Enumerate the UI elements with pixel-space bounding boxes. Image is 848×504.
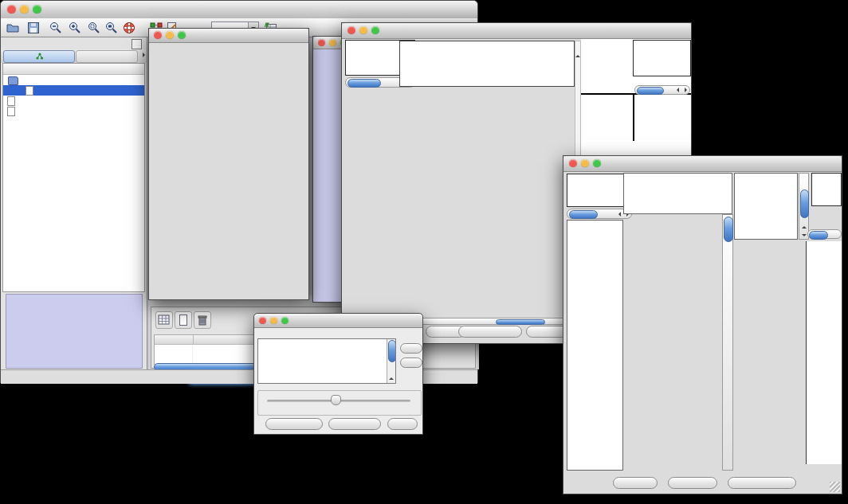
minimize-icon[interactable] <box>329 39 336 46</box>
minimize-icon[interactable] <box>166 31 174 39</box>
network-file-icon <box>7 96 15 106</box>
scroll-up-icon[interactable] <box>387 369 395 376</box>
selected-gene-labels <box>633 95 691 141</box>
scrollbar-thumb[interactable] <box>388 340 396 362</box>
network-overview-thumbnail[interactable] <box>6 294 143 369</box>
scroll-left-icon[interactable] <box>673 86 681 94</box>
tab-network[interactable] <box>3 50 75 63</box>
overview-canvas[interactable] <box>6 295 140 366</box>
gene-labels-panel <box>806 241 842 464</box>
scrollbar-thumb[interactable] <box>637 87 664 95</box>
scroll-up-icon[interactable] <box>575 41 580 57</box>
column-id[interactable] <box>155 335 194 344</box>
dense-network-canvas[interactable] <box>316 91 342 282</box>
settings-button[interactable] <box>613 477 658 489</box>
flip-tree-button[interactable] <box>526 326 567 338</box>
scrollbar-thumb[interactable] <box>800 189 809 218</box>
maximize-icon[interactable] <box>178 31 186 39</box>
network-view-canvas[interactable] <box>150 43 309 300</box>
save-data-button[interactable] <box>668 477 717 489</box>
folder-icon <box>8 76 18 85</box>
zoom-in-icon[interactable] <box>68 21 82 35</box>
maximize-icon[interactable] <box>281 317 289 324</box>
open-session-icon[interactable] <box>6 21 20 35</box>
zoom-out-icon[interactable] <box>49 21 63 35</box>
scrollbar-thumb[interactable] <box>569 210 598 219</box>
tab-vizmapper[interactable] <box>76 50 138 63</box>
close-icon[interactable] <box>347 26 355 34</box>
treeview1-titlebar[interactable] <box>342 23 691 39</box>
maximize-icon[interactable] <box>593 159 601 167</box>
selected-array-labels <box>583 41 630 93</box>
scrollbar-thumb[interactable] <box>496 319 545 325</box>
slider-thumb[interactable] <box>331 395 341 405</box>
horizontal-scrollbar[interactable] <box>634 85 690 95</box>
more-tabs-icon[interactable] <box>143 53 145 57</box>
minimize-icon[interactable] <box>581 159 589 167</box>
horizontal-scrollbar[interactable] <box>567 209 632 219</box>
dialog-titlebar[interactable] <box>254 314 422 328</box>
create-vizmap-button[interactable] <box>328 418 381 430</box>
animate-vizmap-button[interactable] <box>265 418 323 430</box>
resize-grip[interactable] <box>830 482 840 492</box>
move-down-button[interactable] <box>400 357 422 368</box>
network-list-panel <box>2 63 145 292</box>
horizontal-scrollbar[interactable] <box>807 229 842 239</box>
close-icon[interactable] <box>7 5 16 14</box>
array-labels-panel <box>734 173 798 240</box>
selection-zoom-heatmap <box>581 96 624 138</box>
network-file-icon <box>7 107 15 116</box>
global-heatmap[interactable] <box>399 88 575 316</box>
horizontal-scrollbar[interactable] <box>399 318 575 325</box>
scrollbar-thumb[interactable] <box>809 231 828 240</box>
treeview2-titlebar[interactable] <box>563 156 842 172</box>
gene-tree-dendrogram[interactable] <box>344 88 399 316</box>
new-attribute-icon[interactable] <box>175 311 192 329</box>
minimize-icon[interactable] <box>270 317 277 324</box>
scrollbar-thumb[interactable] <box>347 79 381 88</box>
close-icon[interactable] <box>259 317 266 324</box>
float-panel-icon[interactable] <box>132 39 142 49</box>
export-graphics-button[interactable] <box>458 326 522 338</box>
move-up-button[interactable] <box>400 343 422 354</box>
close-icon[interactable] <box>318 39 325 46</box>
zoom-selected-icon[interactable] <box>87 21 101 35</box>
minimize-icon[interactable] <box>20 5 29 14</box>
save-session-icon[interactable] <box>26 21 41 35</box>
array-tree-dendrogram[interactable] <box>399 41 575 87</box>
done-button[interactable] <box>387 418 418 430</box>
vertical-scrollbar[interactable] <box>387 339 395 383</box>
export-graphics-button[interactable] <box>728 477 796 489</box>
scrollbar-thumb[interactable] <box>724 217 733 242</box>
usage-hints-panel <box>633 40 691 76</box>
map-colors-dialog <box>253 313 423 435</box>
help-lifering-icon[interactable] <box>122 21 136 35</box>
network-file-icon <box>26 86 33 96</box>
delete-attribute-icon[interactable] <box>194 311 211 329</box>
maximize-icon[interactable] <box>33 5 41 14</box>
gene-tree-dendrogram[interactable] <box>567 220 623 471</box>
network-table-header[interactable] <box>3 64 144 75</box>
minimize-icon[interactable] <box>359 26 367 34</box>
global-heatmap[interactable] <box>623 214 722 471</box>
control-panel-tabs <box>1 49 147 63</box>
attribute-select-icon[interactable] <box>155 311 173 329</box>
network-list-item[interactable] <box>3 75 144 85</box>
vertical-scrollbar[interactable] <box>799 173 809 240</box>
array-tree-dendrogram[interactable] <box>623 173 732 214</box>
vertical-scrollbar[interactable] <box>722 214 733 471</box>
scroll-left-icon[interactable] <box>615 209 623 218</box>
scroll-right-icon[interactable] <box>681 86 689 94</box>
network-window-titlebar[interactable] <box>149 29 308 43</box>
maximize-icon[interactable] <box>371 26 379 34</box>
network-list-item-selected[interactable] <box>3 85 144 96</box>
selection-zoom-heatmap <box>736 240 804 471</box>
main-titlebar[interactable] <box>1 1 477 19</box>
close-icon[interactable] <box>154 31 162 39</box>
close-icon[interactable] <box>569 159 577 167</box>
zoom-fit-icon[interactable] <box>104 21 119 35</box>
scroll-down-icon[interactable] <box>387 376 395 383</box>
scroll-up-icon[interactable] <box>799 223 808 231</box>
network-list-item[interactable] <box>3 106 144 116</box>
network-list-item[interactable] <box>3 96 144 106</box>
